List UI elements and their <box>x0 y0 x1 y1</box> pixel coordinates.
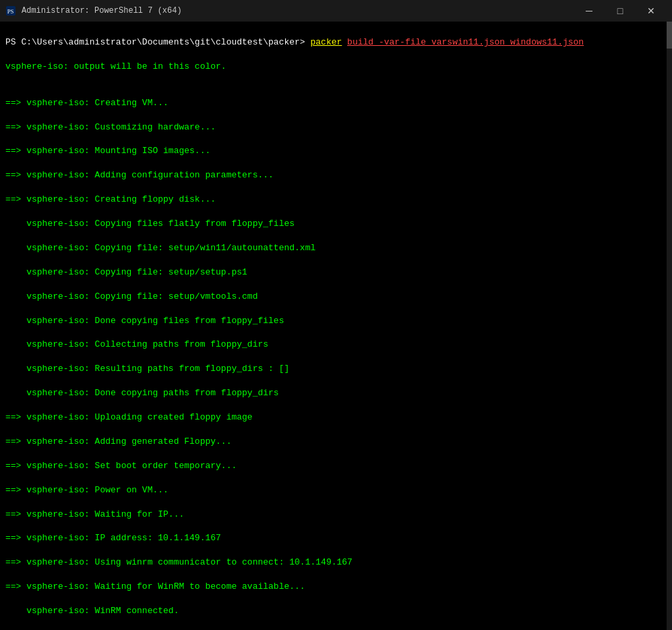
cmd-packer: packer <box>310 37 342 47</box>
scrollbar[interactable] <box>667 22 672 630</box>
output-line-7: vsphere-iso: Copying files flatly from f… <box>5 218 667 230</box>
cmd-args: build -var-file varswin11.json windows11… <box>347 37 584 47</box>
output-line-4: ==> vsphere-iso: Mounting ISO images... <box>5 145 667 157</box>
output-line-5: ==> vsphere-iso: Adding configuration pa… <box>5 169 667 181</box>
output-line-8: vsphere-iso: Copying file: setup/win11/a… <box>5 242 667 254</box>
cmd-space <box>342 37 347 47</box>
svg-text:PS: PS <box>7 8 14 15</box>
output-line-15: ==> vsphere-iso: Uploading created flopp… <box>5 411 667 424</box>
titlebar-left: PS Administrator: PowerShell 7 (x64) <box>5 5 182 16</box>
output-line-16: ==> vsphere-iso: Adding generated Floppy… <box>5 436 667 448</box>
output-line-2: ==> vsphere-iso: Creating VM... <box>5 97 667 109</box>
output-line-21: ==> vsphere-iso: Using winrm communicato… <box>5 556 667 569</box>
output-line-11: vsphere-iso: Done copying files from flo… <box>5 315 667 327</box>
output-line-17: ==> vsphere-iso: Set boot order temporar… <box>5 460 667 472</box>
output-line-3: ==> vsphere-iso: Customizing hardware... <box>5 121 667 134</box>
titlebar: PS Administrator: PowerShell 7 (x64) ─ □… <box>0 0 672 22</box>
titlebar-controls: ─ □ ✕ <box>574 0 667 22</box>
prompt-text: PS C:\Users\administrator\Documents\git\… <box>5 37 310 47</box>
output-line-9: vsphere-iso: Copying file: setup/setup.p… <box>5 266 667 279</box>
terminal-output: PS C:\Users\administrator\Documents\git\… <box>0 22 672 630</box>
output-line-14: vsphere-iso: Done copying paths from flo… <box>5 387 667 399</box>
output-line-6: ==> vsphere-iso: Creating floppy disk... <box>5 194 667 206</box>
minimize-button[interactable]: ─ <box>574 0 605 22</box>
output-line-23: vsphere-iso: WinRM connected. <box>5 605 667 617</box>
output-line-22: ==> vsphere-iso: Waiting for WinRM to be… <box>5 581 667 593</box>
titlebar-title: Administrator: PowerShell 7 (x64) <box>22 6 182 16</box>
close-button[interactable]: ✕ <box>636 0 667 22</box>
output-line-20: ==> vsphere-iso: IP address: 10.1.149.16… <box>5 532 667 544</box>
output-line-12: vsphere-iso: Collecting paths from flopp… <box>5 339 667 351</box>
maximize-button[interactable]: □ <box>605 0 636 22</box>
output-line-19: ==> vsphere-iso: Waiting for IP... <box>5 509 667 521</box>
output-line-1: vsphere-iso: output will be in this colo… <box>5 61 667 73</box>
prompt-line: PS C:\Users\administrator\Documents\git\… <box>5 36 667 49</box>
output-line-13: vsphere-iso: Resulting paths from floppy… <box>5 363 667 375</box>
output-line-10: vsphere-iso: Copying file: setup/vmtools… <box>5 291 667 303</box>
output-line-18: ==> vsphere-iso: Power on VM... <box>5 484 667 496</box>
powershell-icon: PS <box>5 5 16 16</box>
scrollbar-thumb[interactable] <box>667 22 672 49</box>
